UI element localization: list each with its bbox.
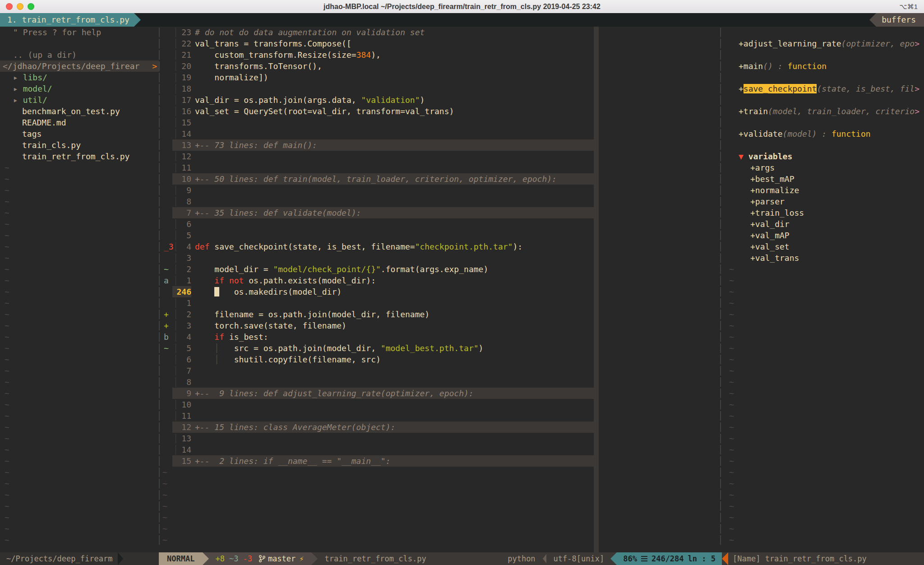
tagbar-tag-main[interactable]: +main() : function (725, 60, 924, 72)
code-line-fold[interactable]: 15+-- 2 lines: if __name__ == "__main__"… (159, 455, 720, 467)
empty-line-tilde: ~ (162, 478, 167, 489)
code-line[interactable]: │6 (159, 218, 720, 230)
code-line[interactable]: │6 shutil.copyfile(filename, src)│ (159, 354, 720, 365)
code-line[interactable]: │19 normalize]) (159, 72, 720, 83)
tagbar-tag-item[interactable]: ▼ variables (725, 151, 924, 162)
tagbar-tag-train-loss[interactable]: +train_loss (725, 207, 924, 218)
code-line[interactable]: b│4 if is_best: (159, 331, 720, 343)
empty-line-tilde: ~ (0, 185, 159, 196)
window-separator[interactable]: │ │ │ │ │ │ │ │ │ │ │ │ │ │ │ │ │ │ │ │ … (717, 27, 724, 546)
empty-line-tilde: ~ (725, 309, 924, 320)
code-line-fold[interactable]: 12+-- 15 lines: class AverageMeter(objec… (159, 421, 720, 433)
nerdtree-root-path[interactable]: </jdhao/Projects/deep_firear> (0, 60, 159, 72)
tagbar-tag-args[interactable]: +args (725, 162, 924, 173)
tagbar-blank-line (725, 94, 924, 106)
code-line[interactable]: │13 (159, 433, 720, 444)
code-line[interactable]: │14 (159, 128, 720, 139)
close-window-button[interactable] (6, 3, 13, 10)
code-line[interactable]: │246 os.makedirs(model_dir) (159, 286, 720, 297)
nerdtree-dir-libs[interactable]: ▸ libs/ (0, 72, 159, 83)
empty-line-tilde: ~ (0, 444, 159, 455)
code-line[interactable]: ~│2 model_dir = "model/check_point/{}".f… (159, 264, 720, 275)
tagbar-tag-best-map[interactable]: +best_mAP (725, 173, 924, 185)
tagbar-tag-parser[interactable]: +parser (725, 196, 924, 207)
code-line-fold[interactable]: 9+-- 9 lines: def adjust_learning_rate(o… (159, 388, 720, 399)
line-number: 15 (172, 117, 191, 128)
tagbar-tag-val-map[interactable]: +val_mAP (725, 230, 924, 241)
nerdtree-panel[interactable]: " Press ? for help.. (up a dir)</jdhao/P… (0, 27, 159, 552)
empty-line-tilde: ~ (725, 467, 924, 478)
nerdtree-file-train-retr-from-cls-py[interactable]: train_retr_from_cls.py (0, 151, 159, 162)
empty-line: ~ (159, 523, 720, 534)
empty-line-tilde: ~ (725, 421, 924, 433)
code-line[interactable]: │16val_set = QuerySet(root=val_dir, tran… (159, 106, 720, 117)
tagbar-tag-val-dir[interactable]: +val_dir (725, 218, 924, 230)
empty-line-tilde: ~ (725, 444, 924, 455)
tagbar-tag-normalize[interactable]: +normalize (725, 185, 924, 196)
nerdtree-file-readme-md[interactable]: README.md (0, 117, 159, 128)
tagbar-tag-validate[interactable]: +validate(model) : function (725, 128, 924, 139)
gutter-sign-mod: ~ (164, 264, 169, 275)
tagbar-tag-val-trans[interactable]: +val_trans (725, 252, 924, 264)
powerline-separator (203, 552, 209, 565)
code-line[interactable]: │8 (159, 196, 720, 207)
nerdtree-file-benchmark-on-test-py[interactable]: benchmark_on_test.py (0, 106, 159, 117)
empty-line: ~ (159, 478, 720, 489)
empty-line-tilde: ~ (0, 354, 159, 365)
code-line[interactable]: │11 (159, 162, 720, 173)
statusline: ~/Projects/deep_firearm NORMAL +8 ~3 -3 … (0, 552, 924, 565)
code-line[interactable]: │1 (159, 297, 720, 309)
code-line[interactable]: │10 (159, 399, 720, 410)
tagbar-tag-adjust-learning-rate[interactable]: +adjust_learning_rate(optimizer, epo> (725, 38, 924, 49)
code-line[interactable]: +│3 torch.save(state, filename) (159, 320, 720, 331)
git-info-segment: +8 ~3 -3 master ⚡ (203, 552, 311, 565)
window-separator[interactable]: │ │ │ │ │ │ │ │ │ │ │ │ │ │ │ │ │ │ │ │ … (156, 27, 162, 546)
code-line[interactable]: │18 (159, 83, 720, 94)
empty-line-tilde: ~ (0, 241, 159, 252)
tagbar-tag-train[interactable]: +train(model, train_loader, criterio> (725, 106, 924, 117)
code-line-fold[interactable]: 10+-- 50 lines: def train(model, train_l… (159, 173, 720, 185)
tagbar-tag-item[interactable]: +save_checkpoint(state, is_best, fil> (725, 83, 924, 94)
empty-line-tilde: ~ (725, 534, 924, 546)
code-line[interactable]: │15 (159, 117, 720, 128)
code-line[interactable]: │11 (159, 410, 720, 421)
empty-line-tilde: ~ (0, 162, 159, 173)
editor-window[interactable]: │23# do not do data augmentation on vali… (159, 27, 720, 552)
nerdtree-file-tags[interactable]: tags (0, 128, 159, 139)
minimize-window-button[interactable] (17, 3, 23, 10)
code-line[interactable]: │22val_trans = transforms.Compose([ (159, 38, 720, 49)
code-line[interactable]: +│2 filename = os.path.join(model_dir, f… (159, 309, 720, 320)
nerdtree-file-train-cls-py[interactable]: train_cls.py (0, 139, 159, 151)
code-line[interactable]: ~│5 src = os.path.join(model_dir, "model… (159, 343, 720, 354)
code-line[interactable]: │3 (159, 252, 720, 264)
tab-train-retr-from-cls[interactable]: 1. train_retr_from_cls.py (0, 13, 134, 27)
code-line[interactable]: │23# do not do data augmentation on vali… (159, 27, 720, 38)
code-line[interactable]: │21 custom_transform.Resize(size=384), (159, 49, 720, 60)
code-line[interactable]: │7 (159, 365, 720, 376)
nerdtree-dir-model[interactable]: ▸ model/ (0, 83, 159, 94)
line-number: 1 (172, 275, 191, 286)
lightning-icon: ⚡ (299, 552, 304, 565)
empty-line-tilde: ~ (725, 297, 924, 309)
code-line[interactable]: _3│4def save_checkpoint(state, is_best, … (159, 241, 720, 252)
code-line[interactable]: │17val_dir = os.path.join(args.data, "va… (159, 94, 720, 106)
fold-text: +-- 35 lines: def validate(model): (195, 207, 361, 218)
code-line[interactable]: │12 (159, 151, 720, 162)
line-number: 2 (172, 309, 191, 320)
chevron-right-icon: ▸ (13, 95, 23, 105)
code-line[interactable]: │9 (159, 185, 720, 196)
code-line[interactable]: │5 (159, 230, 720, 241)
tagbar-panel[interactable]: +adjust_learning_rate(optimizer, epo>+ma… (725, 27, 924, 552)
empty-line-tilde: ~ (725, 388, 924, 399)
buffers-label[interactable]: buffers (876, 13, 924, 27)
code-line[interactable]: a│1 if not os.path.exists(model_dir): (159, 275, 720, 286)
code-line-fold[interactable]: 7+-- 35 lines: def validate(model): (159, 207, 720, 218)
nerdtree-up-a-dir[interactable]: .. (up a dir) (0, 49, 159, 60)
code-line[interactable]: │14 (159, 444, 720, 455)
nerdtree-dir-util[interactable]: ▸ util/ (0, 94, 159, 106)
code-line-fold[interactable]: 13+-- 73 lines: def main(): (159, 139, 720, 151)
tagbar-tag-val-set[interactable]: +val_set (725, 241, 924, 252)
code-line[interactable]: │8 (159, 376, 720, 388)
code-line[interactable]: │20 transforms.ToTensor(), (159, 60, 720, 72)
zoom-window-button[interactable] (28, 3, 34, 10)
